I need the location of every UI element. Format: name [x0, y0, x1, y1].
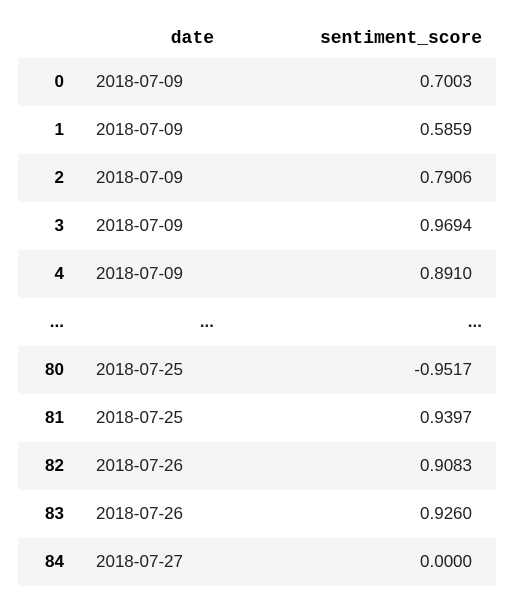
row-date: 2018-07-09 [78, 202, 228, 250]
row-index: 82 [18, 442, 78, 490]
row-date: 2018-07-09 [78, 154, 228, 202]
row-index: 4 [18, 250, 78, 298]
row-sentiment-score: 0.8910 [228, 250, 496, 298]
table-row: 812018-07-250.9397 [18, 394, 496, 442]
row-date: 2018-07-27 [78, 538, 228, 586]
row-sentiment-score: 0.9083 [228, 442, 496, 490]
row-date: 2018-07-25 [78, 394, 228, 442]
table-row: 832018-07-260.9260 [18, 490, 496, 538]
table-row: 822018-07-260.9083 [18, 442, 496, 490]
row-index: ... [18, 298, 78, 346]
row-index: 3 [18, 202, 78, 250]
table-row: 02018-07-090.7003 [18, 58, 496, 106]
header-index [18, 18, 78, 58]
row-index: 81 [18, 394, 78, 442]
header-row: date sentiment_score [18, 18, 496, 58]
header-date: date [78, 18, 228, 58]
row-index: 84 [18, 538, 78, 586]
table-row: 802018-07-25-0.9517 [18, 346, 496, 394]
row-index: 80 [18, 346, 78, 394]
row-index: 1 [18, 106, 78, 154]
row-index: 2 [18, 154, 78, 202]
row-sentiment-score: ... [228, 298, 496, 346]
row-sentiment-score: 0.9397 [228, 394, 496, 442]
row-sentiment-score: 0.0000 [228, 538, 496, 586]
table-row: 842018-07-270.0000 [18, 538, 496, 586]
row-sentiment-score: 0.9260 [228, 490, 496, 538]
row-date: 2018-07-09 [78, 58, 228, 106]
table-row: 32018-07-090.9694 [18, 202, 496, 250]
table-row: 22018-07-090.7906 [18, 154, 496, 202]
dataframe-table: date sentiment_score 02018-07-090.700312… [18, 18, 496, 586]
table-row: 12018-07-090.5859 [18, 106, 496, 154]
header-sentiment-score: sentiment_score [228, 18, 496, 58]
row-date: 2018-07-09 [78, 250, 228, 298]
row-sentiment-score: -0.9517 [228, 346, 496, 394]
row-date: 2018-07-09 [78, 106, 228, 154]
row-date: 2018-07-25 [78, 346, 228, 394]
row-index: 0 [18, 58, 78, 106]
table-body: 02018-07-090.700312018-07-090.585922018-… [18, 58, 496, 586]
row-date: 2018-07-26 [78, 490, 228, 538]
row-sentiment-score: 0.9694 [228, 202, 496, 250]
row-index: 83 [18, 490, 78, 538]
row-date: 2018-07-26 [78, 442, 228, 490]
row-sentiment-score: 0.7003 [228, 58, 496, 106]
row-date: ... [78, 298, 228, 346]
row-sentiment-score: 0.5859 [228, 106, 496, 154]
row-sentiment-score: 0.7906 [228, 154, 496, 202]
table-row: 42018-07-090.8910 [18, 250, 496, 298]
ellipsis-row: ......... [18, 298, 496, 346]
